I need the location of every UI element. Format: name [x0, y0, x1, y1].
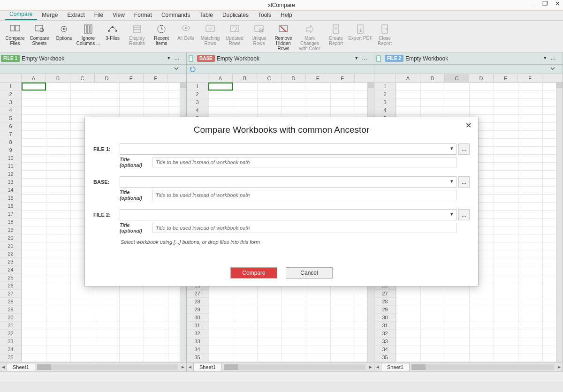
row-header[interactable]: 34: [374, 346, 396, 354]
tab-nav-left-icon[interactable]: ◄: [187, 364, 193, 369]
menu-tab-extract[interactable]: Extract: [62, 10, 89, 20]
row-header[interactable]: 34: [187, 346, 208, 354]
row-header[interactable]: 10: [0, 154, 21, 162]
row-header[interactable]: 24: [0, 266, 21, 274]
cancel-button[interactable]: Cancel: [286, 267, 333, 279]
active-cell[interactable]: [208, 83, 233, 90]
row-header[interactable]: 23: [0, 258, 21, 266]
ribbon-ignore-columns[interactable]: Ignore Columns ...: [76, 22, 100, 52]
formula-bar-1[interactable]: [0, 65, 187, 74]
ribbon-unique-rows[interactable]: Unique Rows: [247, 22, 271, 52]
row-header[interactable]: 27: [187, 290, 208, 298]
row-header[interactable]: 28: [187, 298, 208, 306]
menu-tab-file[interactable]: File: [90, 10, 108, 20]
tab-nav-left-icon[interactable]: ◄: [374, 364, 381, 369]
select-all-corner[interactable]: [374, 74, 396, 82]
col-header-F[interactable]: F: [330, 74, 355, 82]
row-header[interactable]: 32: [374, 330, 396, 338]
row-header[interactable]: 5: [0, 114, 21, 122]
row-header[interactable]: 33: [187, 338, 208, 346]
row-header[interactable]: 1: [0, 83, 21, 90]
ribbon-recent-items[interactable]: Recent Items: [149, 22, 174, 52]
row-header[interactable]: 27: [0, 290, 21, 298]
file1-path-combo[interactable]: ▾: [120, 143, 456, 155]
vertical-scrollbar[interactable]: [556, 83, 563, 362]
col-header-E[interactable]: E: [494, 74, 518, 82]
col-header-C[interactable]: C: [257, 74, 282, 82]
col-header-E[interactable]: E: [119, 74, 144, 82]
tab-nav-right-icon[interactable]: ►: [556, 364, 563, 369]
row-header[interactable]: 11: [0, 162, 21, 170]
row-header[interactable]: 30: [187, 314, 208, 322]
minimize-icon[interactable]: —: [529, 0, 537, 7]
document-icon[interactable]: [188, 55, 195, 62]
row-header[interactable]: 32: [0, 330, 21, 338]
ribbon-all-cells[interactable]: All Cells: [174, 22, 198, 52]
col-header-F[interactable]: F: [518, 74, 542, 82]
horizontal-scrollbar[interactable]: [411, 364, 554, 370]
col-header-C[interactable]: C: [445, 74, 469, 82]
formula-bar-3[interactable]: [374, 65, 563, 74]
ribbon-three-files[interactable]: 3-Files: [100, 22, 125, 52]
menu-tab-view[interactable]: View: [108, 10, 129, 20]
row-header[interactable]: 3: [0, 98, 21, 106]
row-header[interactable]: 1: [187, 83, 208, 90]
col-header-E[interactable]: E: [306, 74, 330, 82]
horizontal-scrollbar[interactable]: [37, 364, 178, 370]
menu-tab-commands[interactable]: Commands: [157, 10, 195, 20]
row-header[interactable]: 22: [0, 250, 21, 258]
dropdown-icon[interactable]: [174, 66, 181, 73]
more-icon[interactable]: …: [362, 54, 367, 61]
row-header[interactable]: 29: [0, 306, 21, 314]
menu-tab-format[interactable]: Format: [129, 10, 157, 20]
ribbon-matching-rows[interactable]: Matching Rows: [198, 22, 222, 52]
col-header-C[interactable]: C: [70, 74, 95, 82]
row-header[interactable]: 4: [0, 106, 21, 114]
row-header[interactable]: 31: [187, 322, 208, 330]
col-header-A[interactable]: A: [208, 74, 233, 82]
col-header-B[interactable]: B: [46, 74, 70, 82]
row-header[interactable]: 7: [0, 130, 21, 138]
more-icon[interactable]: …: [174, 54, 180, 61]
row-header[interactable]: 14: [0, 186, 21, 194]
more-icon[interactable]: …: [550, 54, 556, 61]
refresh-icon[interactable]: [190, 66, 196, 73]
ribbon-remove-hidden[interactable]: Remove Hidden Rows: [271, 22, 296, 52]
col-header-D[interactable]: D: [95, 74, 119, 82]
ribbon-compare-sheets[interactable]: Compare Sheets: [27, 22, 52, 52]
chevron-down-icon[interactable]: ▾: [355, 55, 358, 61]
row-header[interactable]: 13: [0, 178, 21, 186]
row-header[interactable]: 19: [0, 226, 21, 234]
ribbon-export-pdf[interactable]: Export PDF: [348, 22, 373, 52]
file2-path-combo[interactable]: ▾: [120, 209, 456, 220]
document-icon[interactable]: [375, 55, 383, 62]
row-header[interactable]: 28: [374, 298, 396, 306]
row-header[interactable]: 2: [0, 90, 21, 98]
file2-browse-button[interactable]: ...: [458, 209, 470, 220]
row-header[interactable]: 30: [0, 314, 21, 322]
base-browse-button[interactable]: ...: [458, 176, 470, 188]
close-icon[interactable]: ✕: [554, 0, 561, 7]
ribbon-mark-changes[interactable]: Mark Changes with Color: [296, 22, 324, 52]
row-header[interactable]: 30: [374, 314, 396, 322]
dialog-close-icon[interactable]: ✕: [465, 121, 472, 130]
col-header-A[interactable]: A: [22, 74, 46, 82]
ribbon-display-results[interactable]: Display Results: [125, 22, 149, 52]
row-header[interactable]: 35: [374, 354, 396, 362]
row-header[interactable]: 8: [0, 138, 21, 146]
row-header[interactable]: 33: [0, 338, 21, 346]
file2-title-input[interactable]: [152, 223, 456, 233]
row-header[interactable]: 2: [374, 90, 396, 98]
select-all-corner[interactable]: [0, 74, 22, 82]
tab-nav-left-icon[interactable]: ◄: [0, 364, 7, 369]
dropdown-icon[interactable]: [550, 66, 557, 73]
ribbon-close-report[interactable]: Close Report: [373, 22, 397, 52]
col-header-A[interactable]: A: [396, 74, 420, 82]
chevron-down-icon[interactable]: ▾: [544, 55, 547, 61]
file1-browse-button[interactable]: ...: [458, 143, 470, 155]
ribbon-create-report[interactable]: Create Report: [324, 22, 348, 52]
sheet-tab[interactable]: Sheet1: [7, 363, 35, 371]
menu-tab-table[interactable]: Table: [195, 10, 218, 20]
row-header[interactable]: 3: [374, 98, 396, 106]
row-header[interactable]: 26: [0, 282, 21, 290]
